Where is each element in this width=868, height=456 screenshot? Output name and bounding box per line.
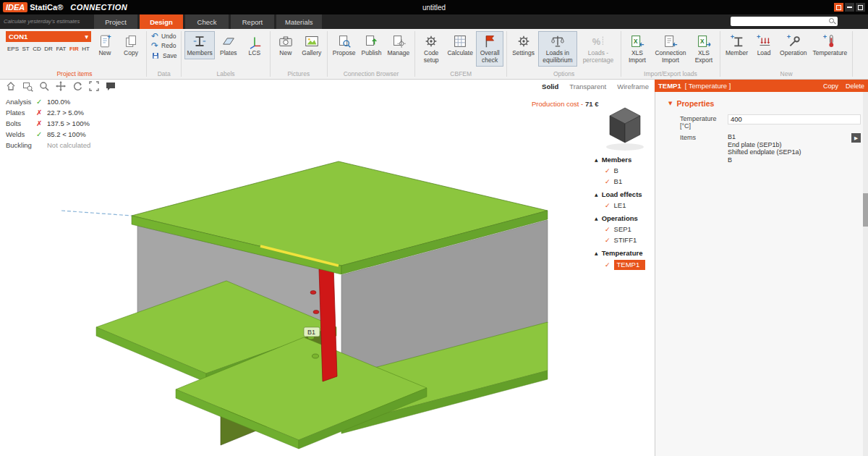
- tree-group-members[interactable]: ▲ Members: [595, 156, 631, 164]
- labels-members-label: Members: [187, 50, 212, 57]
- app-accent-button[interactable]: [834, 3, 843, 12]
- bolt-overstressed[interactable]: [310, 291, 316, 295]
- tree-group-load-effects[interactable]: ▲ Load effects: [595, 190, 642, 198]
- home-view-button[interactable]: [5, 80, 17, 92]
- new-load-button[interactable]: + Load: [752, 31, 776, 59]
- connection-selector[interactable]: CON1 ▾: [6, 31, 91, 42]
- mode-dr[interactable]: DR: [44, 46, 53, 52]
- fit-view-button[interactable]: [88, 80, 100, 92]
- new-temperature-button[interactable]: + Temperature: [810, 31, 849, 59]
- xls-export-button[interactable]: X XLS Export: [691, 31, 717, 67]
- mode-cd[interactable]: CD: [33, 46, 41, 52]
- tree-item-b1[interactable]: ✓ B1: [605, 177, 622, 185]
- undo-button[interactable]: ↶ Undo: [150, 33, 178, 40]
- tree-item-b[interactable]: ✓ B: [605, 166, 618, 174]
- labels-plates-button[interactable]: Plates: [216, 31, 241, 59]
- member-label-badge[interactable]: B1: [304, 327, 320, 337]
- comments-button[interactable]: [105, 80, 116, 92]
- items-value-list: B1 End plate (SEP1b) Shifted endplate (S…: [728, 133, 848, 164]
- check-icon: ✓: [605, 178, 610, 185]
- idea-logo: IDEA: [3, 2, 27, 12]
- mode-eps[interactable]: EPS: [7, 46, 19, 52]
- connection-3d-scene[interactable]: B1: [0, 93, 655, 456]
- new-member-button[interactable]: + Member: [723, 31, 750, 59]
- rotate-view-button[interactable]: [72, 80, 83, 92]
- loads-in-equilibrium-button[interactable]: Loads in equilibrium: [538, 31, 577, 67]
- status-label: Bolts: [6, 120, 36, 127]
- maximize-button[interactable]: [856, 3, 865, 12]
- tree-item-sep1[interactable]: ✓ SEP1: [605, 225, 631, 233]
- minimize-button[interactable]: [845, 3, 854, 12]
- zoom-button[interactable]: [38, 80, 50, 92]
- navigation-cube[interactable]: [606, 108, 644, 151]
- new-project-item-button[interactable]: + New: [93, 31, 117, 59]
- view-mode-solid[interactable]: Solid: [542, 83, 558, 90]
- status-value: 137.5 > 100%: [47, 120, 90, 127]
- connection-import-button[interactable]: Connection Import: [652, 31, 689, 67]
- calculate-icon: [452, 33, 468, 49]
- tree-group-operations[interactable]: ▲ Operations: [595, 214, 638, 222]
- labels-lcs-button[interactable]: LCS: [242, 31, 267, 59]
- delete-operation-button[interactable]: Delete: [846, 83, 864, 90]
- publish-button[interactable]: Publish: [359, 31, 383, 59]
- zoom-window-button[interactable]: [22, 80, 33, 92]
- model-tree: ▲ Members ✓ B ✓ B1 ▲ Load effects ✓ LE1 …: [592, 151, 654, 270]
- code-setup-button[interactable]: Code setup: [418, 31, 444, 67]
- magnifier-icon: [38, 80, 50, 92]
- temperature-input[interactable]: 400: [728, 114, 861, 124]
- panel-scrollbar[interactable]: [863, 92, 868, 456]
- picture-new-button[interactable]: New: [273, 31, 298, 59]
- picture-gallery-button[interactable]: Gallery: [299, 31, 324, 59]
- overall-check-button[interactable]: Overall check: [476, 31, 503, 67]
- redo-button[interactable]: ↷ Redo: [150, 42, 178, 49]
- properties-section-label: Properties: [676, 99, 714, 108]
- mode-fir[interactable]: FIR: [69, 46, 79, 52]
- pan-button[interactable]: [55, 80, 67, 92]
- tree-group-temperature[interactable]: ▲ Temperature: [595, 249, 642, 257]
- tree-item-le1[interactable]: ✓ LE1: [605, 201, 626, 209]
- tab-report[interactable]: Report: [231, 14, 274, 29]
- edit-items-button[interactable]: ▶: [851, 133, 861, 143]
- scrollbar-thumb[interactable]: [863, 193, 868, 227]
- publish-label: Publish: [362, 50, 382, 57]
- manage-button[interactable]: Manage: [385, 31, 412, 59]
- ribbon: CON1 ▾ EPS ST CD DR FAT FIR HT: [0, 29, 868, 80]
- view-mode-wireframe[interactable]: Wireframe: [617, 83, 649, 90]
- save-button[interactable]: Save: [150, 51, 178, 60]
- view-mode-switch: Solid Transparent Wireframe: [542, 83, 649, 90]
- labels-lcs-label: LCS: [249, 50, 261, 57]
- tab-design[interactable]: Design: [140, 14, 183, 29]
- tree-item-stiff1[interactable]: ✓ STIFF1: [605, 236, 637, 244]
- mode-fat[interactable]: FAT: [56, 46, 66, 52]
- search-input[interactable]: [733, 17, 828, 26]
- copy-project-item-button[interactable]: Copy: [119, 31, 143, 59]
- group-caption-connection-browser: Connection Browser: [328, 70, 414, 79]
- settings-button[interactable]: Settings: [510, 31, 537, 59]
- tab-materials[interactable]: Materials: [276, 14, 322, 29]
- propose-button[interactable]: Propose: [331, 31, 358, 59]
- properties-section-header[interactable]: ▼ Properties: [668, 99, 714, 108]
- mode-ht[interactable]: HT: [82, 46, 90, 52]
- new-operation-button[interactable]: + Operation: [778, 31, 809, 59]
- search-icon[interactable]: [828, 17, 836, 25]
- bolt[interactable]: [312, 354, 319, 358]
- mode-st[interactable]: ST: [22, 46, 30, 52]
- model-viewport[interactable]: B1 Analysis ✓ 100.0% Plates ✗ 22.7 > 5.0…: [0, 93, 655, 456]
- labels-members-button[interactable]: Members: [184, 31, 214, 59]
- tree-item-label: TEMP1: [614, 260, 646, 270]
- status-row-buckling: Buckling Not calculated: [6, 142, 90, 149]
- settings-label: Settings: [512, 50, 535, 57]
- tab-check[interactable]: Check: [185, 14, 229, 29]
- status-value: 22.7 > 5.0%: [47, 109, 84, 117]
- tab-project[interactable]: Project: [94, 14, 137, 29]
- calculate-button[interactable]: Calculate: [446, 31, 475, 59]
- svg-text:+: +: [107, 33, 111, 41]
- loads-percentage-button[interactable]: % Loads - percentage: [579, 31, 618, 67]
- items-line: B: [728, 156, 848, 164]
- new-load-icon: +: [756, 33, 772, 49]
- tree-item-temp1[interactable]: ✓ TEMP1: [605, 260, 645, 270]
- bolt-overstressed[interactable]: [313, 311, 319, 314]
- xls-import-button[interactable]: X XLS Import: [624, 31, 650, 67]
- view-mode-transparent[interactable]: Transparent: [569, 83, 606, 90]
- copy-operation-button[interactable]: Copy: [823, 83, 838, 90]
